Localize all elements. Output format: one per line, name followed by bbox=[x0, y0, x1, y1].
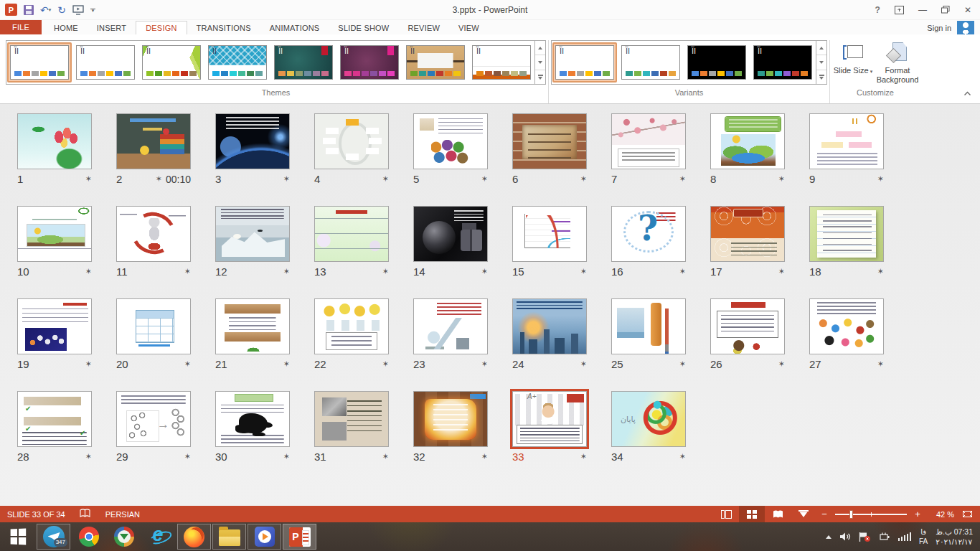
slide-31[interactable]: 31✶ bbox=[314, 391, 413, 463]
themes-more-button[interactable] bbox=[535, 70, 545, 84]
account-avatar-icon[interactable] bbox=[957, 21, 974, 34]
slide-thumbnail[interactable] bbox=[512, 113, 587, 169]
slide-16[interactable]: 16✶ bbox=[611, 206, 710, 278]
slide-29[interactable]: 29✶ bbox=[116, 391, 215, 463]
zoom-level[interactable]: 42 % bbox=[925, 510, 958, 519]
zoom-out-button[interactable]: − bbox=[816, 509, 832, 519]
theme-ion[interactable]: اآ bbox=[271, 42, 336, 83]
slide-18[interactable]: 18✶ bbox=[809, 206, 908, 278]
slide-thumbnail[interactable] bbox=[215, 113, 290, 169]
ribbon-display-options-button[interactable] bbox=[895, 6, 904, 14]
slide-24[interactable]: 24✶ bbox=[512, 298, 611, 370]
slide-20[interactable]: 20✶ bbox=[116, 298, 215, 370]
slide-thumbnail[interactable] bbox=[116, 298, 191, 354]
theme-retrospect[interactable]: اآ bbox=[469, 42, 534, 83]
zoom-slider[interactable] bbox=[835, 514, 907, 515]
slide-thumbnail[interactable]: A+ bbox=[512, 391, 587, 447]
slide-11[interactable]: 11✶ bbox=[116, 206, 215, 278]
slide-13[interactable]: 13✶ bbox=[314, 206, 413, 278]
slide-12[interactable]: 12✶ bbox=[215, 206, 314, 278]
kmplayer-taskbar-button[interactable] bbox=[248, 524, 281, 550]
slide-14[interactable]: 14✶ bbox=[413, 206, 512, 278]
tab-home[interactable]: HOME bbox=[44, 22, 88, 34]
slide-34[interactable]: پایان34✶ bbox=[611, 391, 710, 463]
sign-in[interactable]: Sign in bbox=[927, 21, 980, 34]
slide-thumbnail[interactable]: پایان bbox=[611, 391, 686, 447]
variants-scroll-up-button[interactable] bbox=[816, 41, 826, 55]
slide-1[interactable]: 1✶ bbox=[17, 113, 116, 185]
variants-scroll-down-button[interactable] bbox=[816, 55, 826, 70]
tab-view[interactable]: VIEW bbox=[449, 22, 489, 34]
slide-thumbnail[interactable] bbox=[611, 206, 686, 262]
slide-28[interactable]: 28✶ bbox=[17, 391, 116, 463]
power-battery-icon[interactable] bbox=[879, 532, 890, 542]
ie-taskbar-button[interactable] bbox=[142, 524, 176, 550]
slide-thumbnail[interactable] bbox=[314, 298, 389, 354]
normal-view-button[interactable] bbox=[713, 506, 739, 522]
slide-thumbnail[interactable] bbox=[17, 391, 92, 447]
network-signal-icon[interactable] bbox=[898, 532, 912, 541]
slide-thumbnail[interactable] bbox=[215, 206, 290, 262]
slide-thumbnail[interactable] bbox=[314, 391, 389, 447]
slide-show-button[interactable] bbox=[791, 506, 816, 522]
slide-22[interactable]: 22✶ bbox=[314, 298, 413, 370]
theme-integral[interactable]: اآ bbox=[205, 42, 270, 83]
volume-icon[interactable] bbox=[839, 532, 851, 542]
variant-variant-1[interactable]: اآ bbox=[552, 42, 617, 83]
tab-animations[interactable]: ANIMATIONS bbox=[260, 22, 329, 34]
firefox-taskbar-button[interactable] bbox=[177, 524, 211, 550]
slide-32[interactable]: 32✶ bbox=[413, 391, 512, 463]
slide-thumbnail[interactable] bbox=[116, 206, 191, 262]
theme-facet[interactable]: اآ bbox=[139, 42, 204, 83]
tab-insert[interactable]: INSERT bbox=[88, 22, 136, 34]
fit-slide-to-window-button[interactable] bbox=[958, 509, 980, 519]
slide-thumbnail[interactable] bbox=[116, 113, 191, 169]
slide-thumbnail[interactable] bbox=[413, 113, 488, 169]
powerpoint-taskbar-button[interactable] bbox=[283, 524, 316, 550]
explorer-taskbar-button[interactable] bbox=[212, 524, 246, 550]
slide-thumbnail[interactable] bbox=[512, 298, 587, 354]
taskbar-clock[interactable]: 07:31 ب.ظ ۲۰۲۱/۱۲/۱۷ bbox=[936, 527, 973, 547]
slide-33[interactable]: A+33✶ bbox=[512, 391, 611, 463]
tab-transitions[interactable]: TRANSITIONS bbox=[187, 22, 260, 34]
slide-19[interactable]: 19✶ bbox=[17, 298, 116, 370]
variant-variant-4[interactable]: اآ bbox=[750, 42, 815, 83]
theme-ionboard[interactable]: اآ bbox=[337, 42, 402, 83]
slide-15[interactable]: 15✶ bbox=[512, 206, 611, 278]
action-center-flag-icon[interactable] bbox=[859, 532, 871, 542]
slide-thumbnail[interactable] bbox=[17, 113, 92, 169]
slide-thumbnail[interactable] bbox=[611, 113, 686, 169]
theme-organic[interactable]: اآ bbox=[403, 42, 468, 83]
tab-design[interactable]: DESIGN bbox=[136, 21, 187, 34]
slide-thumbnail[interactable] bbox=[215, 391, 290, 447]
slide-17[interactable]: 17✶ bbox=[710, 206, 809, 278]
collapse-ribbon-button[interactable] bbox=[963, 86, 971, 99]
slide-thumbnail[interactable] bbox=[611, 298, 686, 354]
help-button[interactable]: ? bbox=[875, 5, 880, 15]
slide-thumbnail[interactable] bbox=[17, 298, 92, 354]
minimize-button[interactable]: — bbox=[918, 5, 927, 15]
themes-scroll-down-button[interactable] bbox=[535, 55, 545, 70]
slide-thumbnail[interactable] bbox=[809, 113, 884, 169]
slide-4[interactable]: 4✶ bbox=[314, 113, 413, 185]
slide-thumbnail[interactable] bbox=[710, 113, 785, 169]
slide-3[interactable]: 3✶ bbox=[215, 113, 314, 185]
start-button[interactable] bbox=[0, 522, 36, 551]
hidden-icons-chevron[interactable] bbox=[826, 535, 831, 539]
slide-26[interactable]: 26✶ bbox=[710, 298, 809, 370]
slide-thumbnail[interactable] bbox=[314, 206, 389, 262]
close-button[interactable]: ✕ bbox=[964, 5, 971, 15]
slide-thumbnail[interactable] bbox=[314, 113, 389, 169]
slide-6[interactable]: 6✶ bbox=[512, 113, 611, 185]
tab-file[interactable]: FILE bbox=[0, 20, 42, 34]
slide-thumbnail[interactable] bbox=[710, 298, 785, 354]
restore-button[interactable] bbox=[941, 6, 950, 14]
format-background-button[interactable]: Format Background bbox=[877, 40, 918, 85]
variants-more-button[interactable] bbox=[816, 70, 826, 84]
slide-2[interactable]: 2✶00:10 bbox=[116, 113, 215, 185]
variant-variant-2[interactable]: اآ bbox=[618, 42, 683, 83]
language-switcher[interactable]: فا FA bbox=[919, 527, 928, 546]
theme-office[interactable]: اآ bbox=[7, 42, 72, 83]
reading-view-button[interactable] bbox=[765, 506, 791, 522]
zoom-slider-thumb[interactable] bbox=[849, 510, 853, 519]
